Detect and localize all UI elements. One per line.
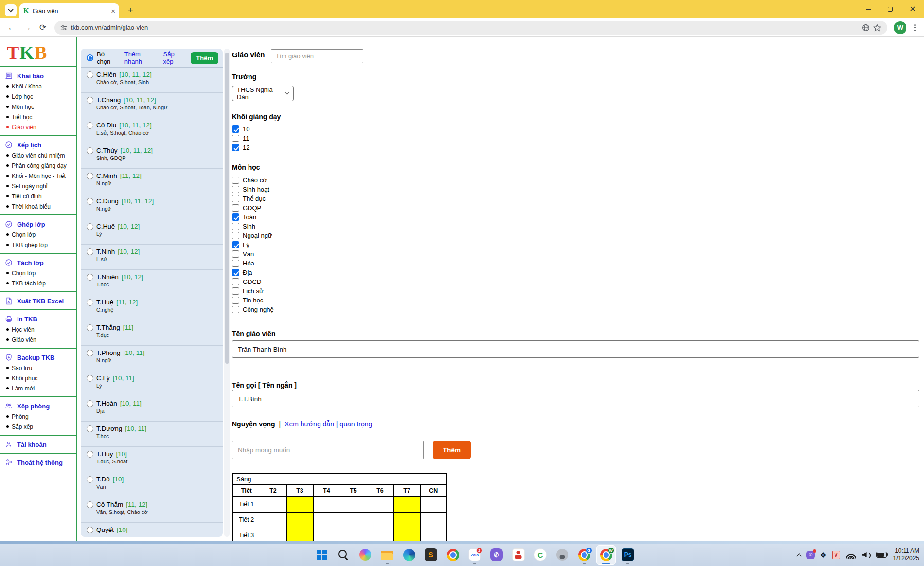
sublime-button[interactable]: S bbox=[421, 545, 441, 565]
sidebar-item[interactable]: Giáo viên chủ nhiệm bbox=[0, 150, 76, 160]
viber-button[interactable]: ✆ bbox=[487, 545, 506, 565]
sidebar-section-title[interactable]: Ghép lớp bbox=[17, 221, 45, 228]
schedule-cell[interactable] bbox=[420, 496, 447, 512]
teacher-list-item[interactable]: T.Dương [10, 11] T.học bbox=[81, 422, 223, 447]
checkbox[interactable] bbox=[232, 144, 239, 151]
sidebar-item[interactable]: Khối - Môn học - Tiết bbox=[0, 171, 76, 181]
battery-icon[interactable] bbox=[876, 552, 887, 558]
radio-icon[interactable] bbox=[87, 173, 93, 179]
radio-icon[interactable] bbox=[87, 400, 93, 407]
reload-button[interactable]: ⟳ bbox=[36, 21, 50, 35]
list-scrollbar[interactable] bbox=[224, 49, 230, 537]
schedule-cell[interactable] bbox=[260, 528, 286, 541]
deselect-radio[interactable] bbox=[87, 54, 93, 61]
chrome-button[interactable] bbox=[443, 545, 462, 565]
schedule-cell[interactable] bbox=[260, 512, 286, 528]
checkbox-row[interactable]: Lịch sử bbox=[232, 286, 274, 296]
teacher-list-item[interactable]: C.Huế [10, 12] Lý bbox=[81, 219, 223, 245]
radio-icon[interactable] bbox=[87, 501, 93, 508]
checkbox-row[interactable]: Văn bbox=[232, 249, 274, 259]
teacher-list-item[interactable]: C.Minh [11, 12] N.ngữ bbox=[81, 169, 223, 194]
checkbox[interactable] bbox=[232, 177, 239, 184]
forward-button[interactable]: → bbox=[20, 21, 34, 35]
teacher-name-input[interactable] bbox=[232, 340, 919, 358]
teacher-list-item[interactable]: Cô Thắm [11, 12] Văn, S.hoạt, Chào cờ bbox=[81, 497, 223, 523]
unikey-icon[interactable]: V bbox=[832, 551, 840, 559]
schedule-cell[interactable] bbox=[340, 512, 367, 528]
schedule-cell[interactable] bbox=[393, 496, 420, 512]
sidebar-item[interactable]: Phân công giảng dạy bbox=[0, 160, 76, 171]
bookmark-star-icon[interactable] bbox=[873, 24, 881, 32]
search-button[interactable] bbox=[334, 545, 353, 565]
translate-icon[interactable] bbox=[862, 24, 870, 32]
checkbox-row[interactable]: Lý bbox=[232, 240, 274, 249]
checkbox-row[interactable]: 10 bbox=[232, 124, 249, 134]
sidebar-section-title[interactable]: Xuất TKB Excel bbox=[17, 298, 64, 305]
radio-icon[interactable] bbox=[87, 248, 93, 255]
coc-coc-button[interactable]: C bbox=[531, 545, 550, 565]
quick-add-link[interactable]: Thêm nhanh bbox=[124, 51, 157, 65]
radio-icon[interactable] bbox=[87, 198, 93, 205]
koala-app-button[interactable] bbox=[552, 545, 572, 565]
add-teacher-button[interactable]: Thêm bbox=[191, 52, 218, 64]
schedule-cell[interactable] bbox=[340, 496, 367, 512]
checkbox[interactable] bbox=[232, 287, 239, 295]
red-app-button[interactable] bbox=[509, 545, 528, 565]
sidebar-item[interactable]: Sắp xếp bbox=[0, 422, 76, 432]
radio-icon[interactable] bbox=[87, 97, 93, 104]
browser-tab[interactable]: K Giáo viên × bbox=[19, 3, 119, 18]
checkbox[interactable] bbox=[232, 232, 239, 239]
sidebar-item[interactable]: Học viên bbox=[0, 324, 76, 335]
radio-icon[interactable] bbox=[87, 324, 93, 331]
checkbox-row[interactable]: Chào cờ bbox=[232, 176, 274, 185]
photoshop-button[interactable]: Ps bbox=[618, 545, 638, 565]
sidebar-item[interactable]: Giáo viên bbox=[0, 335, 76, 345]
teacher-list-item[interactable]: T.Nhiên [10, 12] T.học bbox=[81, 270, 223, 295]
edge-button[interactable] bbox=[399, 545, 419, 565]
teacher-list-item[interactable]: T.Thắng [11] T.dục bbox=[81, 320, 223, 346]
teacher-list-item[interactable]: T.Phong [10, 11] N.ngữ bbox=[81, 346, 223, 371]
sidebar-item[interactable]: Tiết học bbox=[0, 112, 76, 122]
radio-icon[interactable] bbox=[87, 350, 93, 356]
checkbox[interactable] bbox=[232, 213, 239, 221]
checkbox-row[interactable]: GDQP bbox=[232, 203, 274, 212]
sidebar-item[interactable]: Tiết cố định bbox=[0, 191, 76, 201]
checkbox[interactable] bbox=[232, 260, 239, 267]
sidebar-section-title[interactable]: Tách lớp bbox=[17, 259, 44, 266]
checkbox[interactable] bbox=[232, 223, 239, 230]
teacher-list-item[interactable]: Cô Dịu [10, 11, 12] L.sử, S.hoạt, Chào c… bbox=[81, 118, 223, 143]
tray-chevron-up-icon[interactable] bbox=[796, 553, 801, 559]
schedule-cell[interactable] bbox=[420, 528, 447, 541]
wifi-icon[interactable] bbox=[846, 551, 856, 559]
schedule-cell[interactable] bbox=[286, 528, 313, 541]
checkbox[interactable] bbox=[232, 250, 239, 258]
schedule-cell[interactable] bbox=[367, 528, 393, 541]
checkbox-row[interactable]: Ngoại ngữ bbox=[232, 231, 274, 240]
radio-icon[interactable] bbox=[87, 274, 93, 281]
tab-close-icon[interactable]: × bbox=[111, 7, 115, 15]
sidebar-item[interactable]: Thời khoá biểu bbox=[0, 201, 76, 212]
sidebar-section-title[interactable]: Backup TKB bbox=[17, 354, 54, 361]
sidebar-item[interactable]: Khôi phục bbox=[0, 373, 76, 383]
teacher-list-item[interactable]: C.Dung [10, 11, 12] N.ngữ bbox=[81, 194, 223, 219]
teacher-list-item[interactable]: C.Hiên [10, 11, 12] Chào cờ, S.hoạt, Sin… bbox=[81, 68, 223, 93]
chrome-profile-g-button[interactable]: G bbox=[574, 545, 594, 565]
checkbox-row[interactable]: Tin học bbox=[232, 296, 274, 305]
checkbox-row[interactable]: Sinh hoạt bbox=[232, 185, 274, 194]
browser-menu-icon[interactable] bbox=[910, 21, 919, 34]
site-info-icon[interactable] bbox=[60, 24, 67, 31]
sidebar-item[interactable]: Set ngày nghỉ bbox=[0, 181, 76, 191]
deselect-label[interactable]: Bỏ chọn bbox=[97, 51, 118, 65]
volume-icon[interactable] bbox=[862, 551, 871, 559]
wishes-guide-link[interactable]: Xem hướng dẫn | quan trọng bbox=[284, 420, 372, 428]
sidebar-item[interactable]: Chọn lớp bbox=[0, 230, 76, 240]
teacher-list-item[interactable]: C.Lý [10, 11] Lý bbox=[81, 371, 223, 396]
schedule-cell[interactable] bbox=[286, 512, 313, 528]
radio-icon[interactable] bbox=[87, 375, 93, 382]
radio-icon[interactable] bbox=[87, 425, 93, 432]
minimize-button[interactable] bbox=[857, 0, 879, 18]
dropbox-icon[interactable]: ❖ bbox=[820, 551, 826, 559]
schedule-cell[interactable] bbox=[313, 512, 340, 528]
teacher-search-input[interactable] bbox=[271, 49, 363, 63]
checkbox-row[interactable]: Thể dục bbox=[232, 194, 274, 203]
